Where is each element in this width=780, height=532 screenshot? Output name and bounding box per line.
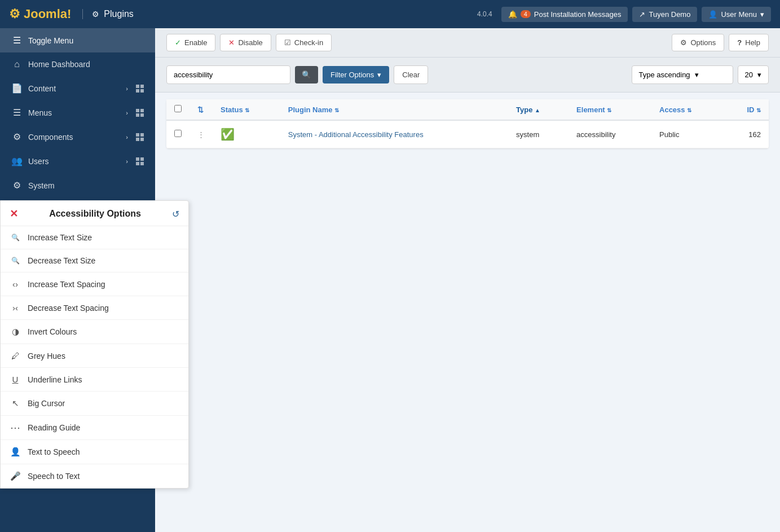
th-access[interactable]: Access ⇅ xyxy=(651,99,724,120)
post-installation-label: Post Installation Messages xyxy=(534,10,622,19)
panel-close-button[interactable]: ✕ xyxy=(10,208,18,220)
panel-refresh-button[interactable]: ↺ xyxy=(172,209,179,219)
check-icon: ✓ xyxy=(175,38,181,47)
accessibility-item-decrease-text-spacing[interactable]: ›‹ Decrease Text Spacing xyxy=(1,296,188,320)
version-badge: 4.0.4 xyxy=(477,10,492,18)
help-label: Help xyxy=(745,38,760,47)
type-sort-icon: ▲ xyxy=(535,107,540,113)
top-navbar: ⚙ Joomla! ⚙ Plugins 4.0.4 🔔 4 Post Insta… xyxy=(0,0,780,28)
sidebar-item-home-dashboard[interactable]: ⌂ Home Dashboard xyxy=(0,52,155,76)
sidebar-item-label-content: Content xyxy=(28,84,56,93)
accessibility-panel: ✕ Accessibility Options ↺ 🔍 Increase Tex… xyxy=(0,200,189,489)
row-checkbox[interactable] xyxy=(174,130,182,137)
table-header-row: ⇅ Status ⇅ Plugin Name ⇅ Type ▲ xyxy=(166,99,769,120)
invert-colours-icon: ◑ xyxy=(10,327,21,337)
filter-options-button[interactable]: Filter Options ▾ xyxy=(323,66,389,83)
accessibility-item-invert-colours[interactable]: ◑ Invert Colours xyxy=(1,320,188,344)
type-label: Type xyxy=(516,105,532,114)
navbar-right: 4.0.4 🔔 4 Post Installation Messages ↗ T… xyxy=(477,7,771,22)
content-icon: 📄 xyxy=(11,83,23,94)
menus-arrow-icon: › xyxy=(126,109,128,116)
sidebar-item-label-components: Components xyxy=(28,133,73,142)
sidebar-item-system[interactable]: ⚙ System xyxy=(0,173,155,197)
components-icon: ⚙ xyxy=(11,131,23,142)
disable-button[interactable]: ✕ Disable xyxy=(220,34,271,51)
accessibility-item-text-to-speech[interactable]: 👤 Text to Speech xyxy=(1,440,188,464)
th-status[interactable]: Status ⇅ xyxy=(213,99,280,120)
search-input[interactable] xyxy=(166,65,290,84)
th-type[interactable]: Type ▲ xyxy=(508,99,569,120)
tuyen-demo-button[interactable]: ↗ Tuyen Demo xyxy=(632,7,697,22)
accessibility-item-increase-text-size[interactable]: 🔍 Increase Text Size xyxy=(1,226,188,249)
clear-label: Clear xyxy=(402,71,420,79)
main-content: ✓ Enable ✕ Disable ☑ Check-in ⚙ Options … xyxy=(155,28,780,532)
sidebar-item-users[interactable]: 👥 Users › xyxy=(0,149,155,173)
th-element[interactable]: Element ⇅ xyxy=(569,99,651,120)
chevron-down-icon: ▾ xyxy=(760,10,764,19)
element-sort-icon: ⇅ xyxy=(607,107,611,113)
checkin-button[interactable]: ☑ Check-in xyxy=(276,34,332,51)
accessibility-item-reading-guide[interactable]: ⋯ Reading Guide xyxy=(1,416,188,440)
per-page-value: 20 xyxy=(745,71,753,79)
sidebar-item-components[interactable]: ⚙ Components › xyxy=(0,125,155,149)
row-access-value: Public xyxy=(659,130,679,139)
plugin-name-sort-icon: ⇅ xyxy=(334,107,339,113)
sort-chevron-icon: ▾ xyxy=(695,71,699,79)
accessibility-item-speech-to-text[interactable]: 🎤 Speech to Text xyxy=(1,464,188,488)
increase-text-size-label: Increase Text Size xyxy=(28,233,92,242)
id-label: ID xyxy=(747,105,754,114)
row-checkbox-cell xyxy=(166,120,190,148)
decrease-text-spacing-icon: ›‹ xyxy=(10,303,21,313)
panel-header: ✕ Accessibility Options ↺ xyxy=(1,201,188,226)
order-sort-icon: ⇅ xyxy=(197,105,204,114)
plugins-table: ⇅ Status ⇅ Plugin Name ⇅ Type ▲ xyxy=(166,99,769,148)
text-to-speech-label: Text to Speech xyxy=(28,447,80,456)
accessibility-item-grey-hues[interactable]: 🖊 Grey Hues xyxy=(1,344,188,368)
sidebar-item-content[interactable]: 📄 Content › xyxy=(0,76,155,100)
plugin-name-link[interactable]: System - Additional Accessibility Featur… xyxy=(288,130,424,139)
search-button[interactable]: 🔍 xyxy=(295,66,318,83)
tuyen-label: Tuyen Demo xyxy=(649,10,690,19)
row-status-cell: ✅ xyxy=(213,120,280,148)
sidebar-item-menus[interactable]: ☰ Menus › xyxy=(0,100,155,125)
accessibility-item-big-cursor[interactable]: ↖ Big Cursor xyxy=(1,392,188,416)
toolbar: ✓ Enable ✕ Disable ☑ Check-in ⚙ Options … xyxy=(155,28,780,58)
access-label: Access xyxy=(659,105,685,114)
user-menu-button[interactable]: 👤 User Menu ▾ xyxy=(702,7,771,22)
row-drag-handle[interactable]: ⋮ xyxy=(197,130,205,139)
id-sort-icon: ⇅ xyxy=(756,107,761,113)
th-id[interactable]: ID ⇅ xyxy=(724,99,769,120)
row-access-cell: Public xyxy=(651,120,724,148)
sort-label: Type ascending xyxy=(639,71,690,79)
row-id-value: 162 xyxy=(748,130,761,139)
plugins-icon: ⚙ xyxy=(92,10,99,19)
sort-select[interactable]: Type ascending ▾ xyxy=(632,65,733,84)
components-grid-icon xyxy=(136,133,144,141)
per-page-select[interactable]: 20 ▾ xyxy=(738,65,769,84)
th-plugin-name[interactable]: Plugin Name ⇅ xyxy=(280,99,508,120)
joomla-logo-text: Joomla! xyxy=(24,7,71,21)
accessibility-item-underline-links[interactable]: U Underline Links xyxy=(1,368,188,392)
menus-icon: ☰ xyxy=(11,107,23,118)
system-icon: ⚙ xyxy=(11,180,23,191)
options-button[interactable]: ⚙ Options xyxy=(672,34,724,51)
row-order-cell: ⋮ xyxy=(190,120,213,148)
select-all-checkbox[interactable] xyxy=(174,105,182,112)
clear-button[interactable]: Clear xyxy=(394,65,428,84)
sidebar-item-label-toggle-menu: Toggle Menu xyxy=(28,36,73,45)
joomla-logo[interactable]: ⚙ Joomla! xyxy=(9,7,71,21)
options-label: Options xyxy=(690,38,716,47)
enable-button[interactable]: ✓ Enable xyxy=(166,34,215,51)
text-to-speech-icon: 👤 xyxy=(10,447,21,457)
notifications-button[interactable]: 🔔 4 Post Installation Messages xyxy=(501,7,628,22)
filter-options-label: Filter Options xyxy=(330,71,374,79)
help-button[interactable]: ? Help xyxy=(729,34,769,51)
speech-to-text-icon: 🎤 xyxy=(10,471,21,481)
per-page-chevron-icon: ▾ xyxy=(757,71,761,79)
decrease-text-size-icon: 🔍 xyxy=(10,257,21,265)
accessibility-item-decrease-text-size[interactable]: 🔍 Decrease Text Size xyxy=(1,249,188,272)
home-icon: ⌂ xyxy=(11,59,23,69)
question-icon: ? xyxy=(737,38,742,47)
sidebar-item-toggle-menu[interactable]: ☰ Toggle Menu xyxy=(0,28,155,52)
accessibility-item-increase-text-spacing[interactable]: ‹› Increase Text Spacing xyxy=(1,272,188,296)
